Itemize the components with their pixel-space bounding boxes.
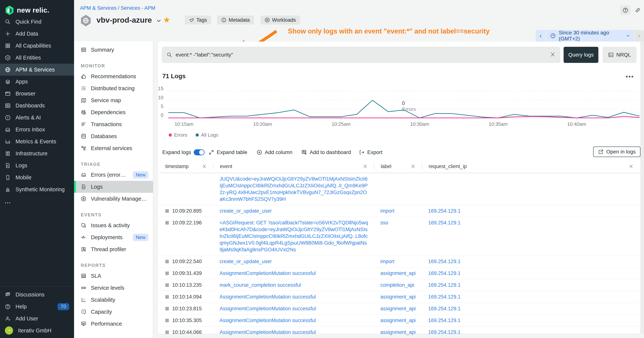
subnav-item-dependencies[interactable]: Dependencies bbox=[74, 106, 153, 118]
title-chevron-down-icon[interactable] bbox=[156, 19, 161, 23]
log-query-input[interactable] bbox=[175, 52, 547, 58]
ip-link[interactable]: 169.254.129.1 bbox=[428, 306, 460, 311]
subnav-item-external-services[interactable]: External services bbox=[74, 142, 153, 154]
subnav-item-logs[interactable]: Logs bbox=[74, 181, 153, 193]
table-row[interactable]: 10:10:13.235 mark_course_completion succ… bbox=[159, 279, 640, 291]
subnav-item-performance[interactable]: Performance bbox=[74, 318, 153, 330]
event-link[interactable]: <ASGIRequest: GET '/sso/callback/?state=… bbox=[220, 220, 368, 252]
nrql-button[interactable]: NRQL bbox=[602, 47, 636, 63]
metadata-button[interactable]: Metadata bbox=[217, 16, 254, 25]
ip-link[interactable]: 169.254.129.1 bbox=[428, 282, 460, 288]
sidebar-item-all-capabilities[interactable]: All Capabilities bbox=[0, 40, 74, 52]
sidebar-item-help[interactable]: Help 70 bbox=[0, 300, 74, 312]
row-handle-icon[interactable] bbox=[165, 330, 169, 334]
sidebar-item-all-entities[interactable]: All Entities bbox=[0, 52, 74, 64]
label-link[interactable]: assignment_api bbox=[380, 270, 416, 276]
subnav-item-vulnerability-management[interactable]: Vulnerability Management bbox=[74, 193, 153, 205]
sidebar-item-quick-find[interactable]: Quick Find bbox=[0, 16, 74, 28]
subnav-item-databases[interactable]: Databases bbox=[74, 130, 153, 142]
column-header-label[interactable]: label bbox=[374, 163, 422, 170]
breadcrumb-link-services-apm[interactable]: Services - APM bbox=[121, 5, 156, 11]
table-row[interactable]: 10:10:35.305 AssignmentCompletionMutatio… bbox=[159, 314, 640, 326]
ip-link[interactable]: 169.254.129.1 bbox=[428, 208, 460, 214]
clear-query-icon[interactable] bbox=[550, 52, 556, 58]
label-link[interactable]: import bbox=[380, 259, 394, 264]
label-link[interactable]: assignment_api bbox=[380, 306, 416, 311]
sidebar-item-apm-services[interactable]: APM & Services bbox=[0, 64, 74, 76]
subnav-item-summary[interactable]: Summary bbox=[74, 44, 153, 56]
sidebar-item-errors-inbox[interactable]: Errors Inbox bbox=[0, 124, 74, 136]
ip-link[interactable]: 169.254.129.1 bbox=[428, 317, 460, 323]
column-header-event[interactable]: event bbox=[213, 163, 374, 170]
row-handle-icon[interactable] bbox=[165, 295, 169, 299]
expand-table-button[interactable]: Expand table bbox=[208, 147, 247, 157]
subnav-item-service-map[interactable]: Service map bbox=[74, 94, 153, 106]
table-row[interactable]: 10:09:22.196 <ASGIRequest: GET '/sso/cal… bbox=[159, 217, 640, 256]
table-row[interactable]: 10:09:22.540 create_or_update_user impor… bbox=[159, 256, 640, 267]
label-link[interactable]: sso bbox=[380, 220, 388, 225]
sidebar-item-alerts-ai[interactable]: Alerts & AI bbox=[0, 112, 74, 124]
sidebar-item-dashboards[interactable]: Dashboards bbox=[0, 100, 74, 112]
breadcrumb-link-apm-services[interactable]: APM & Services bbox=[80, 5, 116, 11]
subnav-item-distributed-tracing[interactable]: Distributed tracing bbox=[74, 82, 153, 94]
subnav-item-recommendations[interactable]: Recommendations bbox=[74, 70, 153, 82]
scroll-gutter[interactable] bbox=[640, 42, 644, 333]
table-row[interactable]: 10:09:20.895 create_or_update_user impor… bbox=[159, 205, 640, 217]
help-button[interactable] bbox=[620, 5, 630, 15]
label-link[interactable]: import bbox=[380, 208, 394, 214]
sidebar-item-synthetic-monitoring[interactable]: Synthetic Monitoring bbox=[0, 183, 74, 195]
add-column-button[interactable]: Add column bbox=[256, 147, 292, 157]
sidebar-item-discussions[interactable]: Discussions bbox=[0, 289, 74, 300]
row-handle-icon[interactable] bbox=[165, 271, 169, 275]
tags-button[interactable]: Tags bbox=[185, 16, 211, 25]
query-logs-button[interactable]: Query logs bbox=[564, 47, 598, 63]
sidebar-item-infrastructure[interactable]: Infrastructure bbox=[0, 147, 74, 159]
legend-item-errors[interactable]: Errors bbox=[169, 132, 187, 138]
ip-link[interactable]: 169.254.129.1 bbox=[428, 259, 460, 264]
sidebar-item-mobile[interactable]: Mobile bbox=[0, 171, 74, 183]
time-picker-prev-button[interactable]: ‹ bbox=[536, 30, 546, 42]
workloads-button[interactable]: Workloads bbox=[260, 16, 300, 25]
row-handle-icon[interactable] bbox=[165, 283, 169, 287]
sidebar-item-account[interactable]: ◔ Iterativ GmbH bbox=[0, 324, 74, 336]
subnav-item-capacity[interactable]: Capacity bbox=[74, 306, 153, 318]
label-link[interactable]: assignment_api bbox=[380, 317, 416, 323]
expand-logs-toggle[interactable]: Expand logs bbox=[162, 147, 204, 157]
row-handle-icon[interactable] bbox=[165, 307, 169, 310]
legend-item-all-logs[interactable]: All Logs bbox=[196, 132, 218, 138]
sidebar-item-apps[interactable]: Apps bbox=[0, 76, 74, 88]
sidebar-item-logs[interactable]: Logs bbox=[0, 159, 74, 171]
time-picker-dropdown[interactable]: Since 30 minutes ago (GMT+2) bbox=[546, 30, 634, 42]
ip-link[interactable]: 169.254.129.1 bbox=[428, 270, 460, 276]
sidebar-item-browser[interactable]: Browser bbox=[0, 88, 74, 100]
label-link[interactable]: assignment_api bbox=[380, 329, 416, 335]
sidebar-item-add-data[interactable]: Add Data bbox=[0, 28, 74, 40]
ip-link[interactable]: 169.254.129.1 bbox=[428, 294, 460, 300]
subnav-item-thread-profiler[interactable]: Thread profiler bbox=[74, 243, 153, 255]
favorite-star-icon[interactable]: ★ bbox=[163, 15, 170, 25]
remove-column-icon[interactable] bbox=[411, 164, 416, 169]
subnav-item-errors-inbox[interactable]: Errors (errors inb... New bbox=[74, 169, 153, 181]
sidebar-item-more[interactable]: ... bbox=[0, 195, 74, 207]
subnav-item-service-levels[interactable]: Service levels bbox=[74, 282, 153, 294]
row-handle-icon[interactable] bbox=[165, 221, 169, 225]
event-link[interactable]: create_or_update_user bbox=[220, 208, 272, 214]
new-relic-logo[interactable]: new relic. bbox=[0, 0, 74, 16]
subnav-item-issues-activity[interactable]: Issues & activity bbox=[74, 219, 153, 231]
label-link[interactable]: completion_api bbox=[380, 282, 414, 288]
remove-column-icon[interactable] bbox=[202, 164, 207, 169]
add-to-dashboard-button[interactable]: Add to dashboard bbox=[302, 147, 351, 157]
event-link[interactable]: AssignmentCompletionMutation successful bbox=[220, 306, 316, 311]
event-link[interactable]: create_or_update_user bbox=[220, 259, 272, 264]
label-link[interactable]: assignment_api bbox=[380, 294, 416, 300]
subnav-item-scalability[interactable]: Scalability bbox=[74, 294, 153, 306]
event-link[interactable]: mark_course_completion successful bbox=[220, 282, 301, 288]
event-link[interactable]: JUQVU&code=eyJraWQiOiJjcGltY29yZV8wOTl1M… bbox=[220, 176, 368, 202]
remove-column-icon[interactable] bbox=[629, 164, 634, 169]
permalink-button[interactable] bbox=[632, 5, 643, 15]
sidebar-item-add-user[interactable]: Add User bbox=[0, 312, 74, 324]
event-link[interactable]: AssignmentCompletionMutation successful bbox=[220, 270, 316, 276]
table-row[interactable]: 10:09:31.439 AssignmentCompletionMutatio… bbox=[159, 267, 640, 279]
sidebar-item-metrics-events[interactable]: Metrics & Events bbox=[0, 136, 74, 147]
table-row[interactable]: 10:10:14.094 AssignmentCompletionMutatio… bbox=[159, 291, 640, 303]
